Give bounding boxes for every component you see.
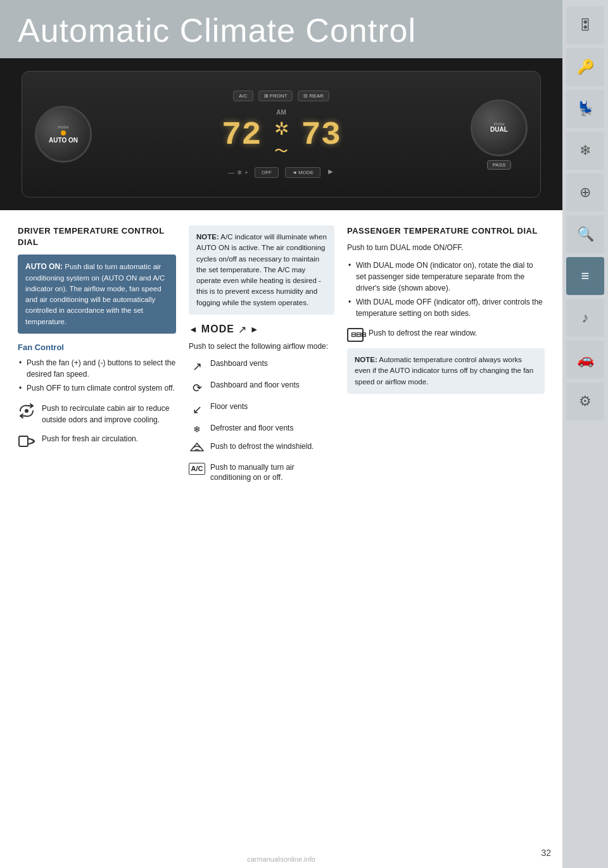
defrost-windshield-icon — [189, 442, 205, 457]
rear-button[interactable]: ⊟ REAR — [298, 91, 329, 101]
middle-section: NOTE: A/C indicator will illuminate when… — [189, 225, 334, 488]
airflow-ac: A/C Push to manually turn air conditioni… — [189, 462, 334, 484]
ac-mode-icon: A/C — [189, 463, 205, 475]
page-title: Automatic Climate Control — [18, 11, 416, 49]
right-dial-dual-label: DUAL — [490, 126, 508, 133]
defrost-windshield-text: Push to defrost the windshield. — [210, 441, 314, 452]
wind-icon: 〜 — [274, 142, 288, 161]
sidebar-icon-car[interactable]: 🚗 — [566, 341, 604, 379]
recirculate-icon — [18, 403, 35, 424]
ac-mode-text: Push to manually turn air conditioning o… — [210, 462, 334, 484]
svg-rect-1 — [19, 436, 28, 446]
airflow-list: ↗ Dashboard vents ⟳ Dashboard and floor … — [189, 358, 334, 483]
dual-note-label: NOTE: — [355, 356, 377, 363]
dial-indicator — [61, 130, 66, 135]
dashboard-floor-vents-text: Dashboard and floor vents — [210, 380, 300, 391]
am-label: AM — [276, 109, 286, 116]
mode-right-arrow: ► — [250, 324, 259, 334]
note-box: NOTE: A/C indicator will illuminate when… — [189, 225, 334, 315]
dashboard-vents-text: Dashboard vents — [210, 358, 268, 369]
rear-icon: ⊟ — [303, 93, 308, 99]
dual-bullet-2: With DUAL mode OFF (indicator off), driv… — [347, 296, 545, 319]
off-button[interactable]: OFF — [255, 167, 279, 178]
passenger-description: Push to turn DUAL mode ON/OFF. — [347, 242, 545, 253]
note-label: NOTE: — [196, 233, 219, 241]
dial-push-label: PUSH — [58, 125, 69, 129]
bottom-controls: — ❄ + OFF ◄ MODE ► — [228, 167, 334, 178]
dual-note-box: NOTE: Automatic temperature control alwa… — [347, 348, 545, 394]
rear-defrost-text: Push to defrost the rear window. — [369, 328, 477, 339]
fan-icon: ✲ — [274, 118, 289, 139]
pass-button[interactable]: PASS — [487, 160, 512, 170]
climate-panel-image: PUSH AUTO ON A/C ⊞ FRONT ⊟ REAR — [0, 58, 562, 210]
sidebar-icon-compass[interactable]: ⊕ — [566, 173, 604, 211]
recirculate-text: Push to recirculate cabin air to reduce … — [42, 403, 176, 425]
sidebar-icon-lines[interactable]: ≡ — [566, 257, 604, 295]
airflow-defrost-windshield: Push to defrost the windshield. — [189, 441, 334, 457]
passenger-dial[interactable]: PUSH DUAL — [471, 99, 528, 156]
mode-button[interactable]: ◄ MODE — [285, 167, 320, 178]
auto-on-box: AUTO ON: Push dial to turn automatic air… — [18, 255, 176, 334]
passenger-temp: 73 — [301, 116, 341, 154]
driver-dial[interactable]: PUSH AUTO ON — [35, 106, 92, 163]
front-icon: ⊞ — [264, 93, 269, 99]
watermark: carmanuaIsonline.info — [0, 855, 562, 863]
driver-temp: 72 — [222, 116, 261, 154]
fan-bullet-1: Push the fan (+) and (-) buttons to sele… — [18, 357, 176, 380]
dual-note-text: Automatic temperature control always wor… — [355, 356, 533, 386]
floor-vents-text: Floor vents — [210, 401, 248, 412]
sidebar-icon-search[interactable]: 🔍 — [566, 215, 604, 253]
airflow-defroster-floor: ❄ Defroster and floor vents — [189, 423, 334, 436]
center-panel: A/C ⊞ FRONT ⊟ REAR 72 AM ✲ 〜 — [92, 91, 471, 178]
dual-bullet-list: With DUAL mode ON (indicator on), rotate… — [347, 260, 545, 319]
note-text: A/C indicator will illuminate when AUTO … — [196, 233, 327, 306]
defroster-floor-text: Defroster and floor vents — [210, 423, 293, 434]
sidebar-icon-steering[interactable]: 🎛 — [566, 6, 604, 44]
sidebar-icon-seat[interactable]: 💺 — [566, 90, 604, 128]
auto-on-text: Push dial to turn automatic air conditio… — [25, 263, 165, 325]
fresh-air-text: Push for fresh air circulation. — [42, 433, 138, 444]
passenger-temp-section: PASSENGER TEMPERATURE CONTROL DIAL Push … — [347, 225, 545, 488]
mode-description: Push to select the following airflow mod… — [189, 341, 334, 352]
dual-bullet-1: With DUAL mode ON (indicator on), rotate… — [347, 260, 545, 294]
fresh-air-icon — [18, 434, 35, 454]
svg-point-0 — [25, 409, 28, 413]
right-arrow-icon: ► — [327, 167, 334, 178]
snowflake-bottom-icon: ❄ — [237, 169, 242, 176]
dashboard-floor-vents-icon: ⟳ — [189, 381, 205, 396]
text-content: DRIVER TEMPERATURE CONTROL DIAL AUTO ON:… — [0, 210, 562, 501]
passenger-temp-heading: PASSENGER TEMPERATURE CONTROL DIAL — [347, 225, 545, 237]
sidebar-icon-key[interactable]: 🔑 — [566, 48, 604, 86]
dial-auto-label: AUTO ON — [49, 137, 78, 144]
rear-defrost-item: ⊟⊟⊟ Push to defrost the rear window. — [347, 328, 545, 342]
driver-temp-heading: DRIVER TEMPERATURE CONTROL DIAL — [18, 225, 176, 248]
ac-button[interactable]: A/C — [233, 91, 253, 101]
header: Automatic Climate Control — [0, 0, 608, 58]
rear-defrost-icon: ⊟⊟⊟ — [347, 328, 364, 342]
recirculate-item: Push to recirculate cabin air to reduce … — [18, 403, 176, 425]
main-content: PUSH AUTO ON A/C ⊞ FRONT ⊟ REAR — [0, 58, 562, 501]
airflow-floor: ↙ Floor vents — [189, 401, 334, 418]
auto-on-label: AUTO ON: — [25, 262, 63, 271]
plus-icon: + — [244, 169, 248, 176]
mode-label: MODE — [201, 324, 234, 335]
sidebar-icon-snowflake[interactable]: ❄ — [566, 132, 604, 170]
dashboard-vents-icon: ↗ — [189, 359, 205, 375]
right-dial-area: PUSH DUAL PASS — [471, 99, 528, 170]
sidebar-icon-music[interactable]: ♪ — [566, 299, 604, 337]
sidebar-icon-settings[interactable]: ⚙ — [566, 382, 604, 420]
fan-bullet-list: Push the fan (+) and (-) buttons to sele… — [18, 357, 176, 394]
mode-left-arrow: ◄ — [189, 324, 198, 334]
defroster-floor-icon: ❄ — [189, 424, 205, 436]
fan-bullet-2: Push OFF to turn climate control system … — [18, 382, 176, 394]
climate-control-panel: PUSH AUTO ON A/C ⊞ FRONT ⊟ REAR — [22, 71, 541, 198]
mode-header: ◄ MODE ↗ ► — [189, 324, 334, 336]
minus-icon: — — [228, 169, 234, 176]
airflow-dashboard: ↗ Dashboard vents — [189, 358, 334, 375]
fresh-air-item: Push for fresh air circulation. — [18, 433, 176, 454]
front-button[interactable]: ⊞ FRONT — [258, 91, 293, 101]
airflow-dashboard-floor: ⟳ Dashboard and floor vents — [189, 380, 334, 396]
top-buttons: A/C ⊞ FRONT ⊟ REAR — [233, 91, 329, 101]
sidebar: 🎛 🔑 💺 ❄ ⊕ 🔍 ≡ ♪ 🚗 ⚙ — [562, 0, 608, 868]
fan-control-heading: Fan Control — [18, 343, 176, 352]
